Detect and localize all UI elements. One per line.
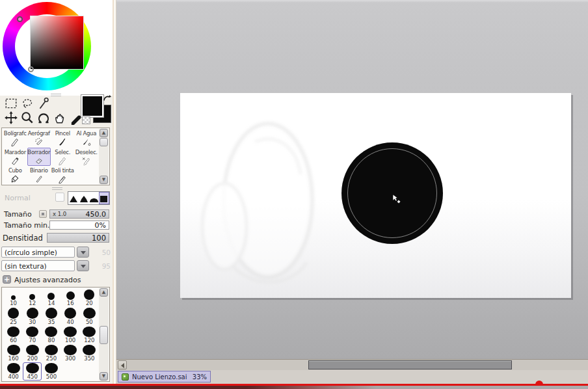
tool-watercolor[interactable]: Al Agua (75, 129, 99, 148)
saturation-value-square[interactable] (31, 16, 83, 69)
scroll-up-button[interactable]: ▲ (100, 288, 108, 297)
horizontal-scrollbar[interactable] (116, 359, 588, 370)
brush-size-300[interactable]: 300 (61, 344, 80, 362)
tool-binpen[interactable]: Binario (27, 166, 51, 185)
brush-size-20[interactable]: 20 (80, 289, 99, 307)
magic-wand-icon[interactable] (36, 96, 51, 111)
brush-size-25[interactable]: 25 (4, 307, 23, 325)
transparent-color-swatch[interactable] (82, 116, 90, 124)
brush-size-450[interactable]: 450 (23, 362, 42, 381)
canvas-workspace[interactable] (116, 0, 588, 384)
texture-dropdown-button[interactable] (77, 260, 89, 271)
inkpen-icon (57, 174, 68, 184)
tool-bucket[interactable]: Cubo (3, 166, 27, 185)
edge-shape-square[interactable] (99, 192, 109, 204)
edge-shape-sharp[interactable] (68, 192, 79, 204)
texture-dropdown[interactable]: (sin textura) (1, 260, 75, 271)
tool-label: Bolígrafc (4, 130, 27, 137)
tool-brush[interactable]: Pincel (51, 129, 75, 148)
brush-shape-dropdown[interactable]: (círculo simple) (1, 247, 75, 258)
scroll-thumb[interactable] (100, 138, 108, 146)
panel-grip[interactable] (52, 187, 62, 190)
brush-size-dot (7, 363, 20, 373)
swap-colors-icon[interactable] (102, 94, 113, 103)
brush-size-70[interactable]: 70 (23, 326, 42, 344)
scroll-up-button[interactable]: ▲ (100, 129, 108, 137)
expand-advanced-icon[interactable]: + (3, 275, 11, 284)
sv-marker[interactable] (28, 66, 34, 72)
blend-mode-checkbox[interactable] (55, 193, 64, 202)
zoom-icon[interactable] (20, 111, 34, 125)
horizontal-scroll-thumb[interactable] (308, 360, 512, 369)
min-size-label: Tamaño min. (4, 221, 50, 230)
brush-size-label: 35 (48, 319, 55, 325)
brush-size-200[interactable]: 200 (23, 344, 42, 362)
foreground-color-swatch[interactable] (83, 96, 102, 116)
tool-eraser[interactable]: Borrador (27, 148, 51, 167)
tool-airbrush[interactable]: Aerógraf (27, 129, 51, 148)
brush-size-40[interactable]: 40 (61, 307, 80, 325)
tool-pen[interactable]: Bolígrafc (3, 129, 27, 148)
brush-size-60[interactable]: 60 (4, 326, 23, 344)
brush-size-label: 450 (27, 374, 38, 380)
brush-size-label: 25 (10, 319, 17, 325)
brush-size-350[interactable]: 350 (80, 344, 99, 362)
brush-size-dot (26, 345, 39, 355)
brush-size-30[interactable]: 30 (23, 307, 42, 325)
black-painted-circle (341, 142, 443, 244)
hue-marker[interactable] (17, 16, 23, 22)
size-slider[interactable]: x 1.0 450.0 (49, 209, 109, 219)
brush-size-250[interactable]: 250 (42, 344, 60, 362)
advanced-settings-label: Ajustes avanzados (14, 276, 81, 284)
tool-panel-scrollbar[interactable]: ▲ ▼ (99, 129, 109, 184)
size-unit-button[interactable] (39, 210, 47, 218)
drawing-canvas[interactable] (180, 93, 571, 298)
tool-label: Al Agua (76, 130, 96, 137)
tool-marker[interactable]: Marador (3, 148, 27, 167)
tool-deselpen[interactable]: Deselec. (75, 148, 99, 167)
panel-divider (113, 0, 116, 384)
brush-size-label: 350 (84, 356, 94, 362)
brush-shape-dropdown-button[interactable] (77, 247, 89, 258)
lasso-icon[interactable] (20, 96, 34, 111)
brush-size-dot (83, 327, 96, 337)
scroll-down-button[interactable]: ▼ (100, 176, 108, 184)
tool-inkpen[interactable]: Boli tinta (51, 166, 75, 185)
rotate-icon[interactable] (36, 111, 51, 125)
brush-size-dot (8, 308, 19, 318)
min-size-slider[interactable]: 0% (49, 221, 109, 230)
rect-select-icon[interactable] (4, 96, 18, 111)
brush-size-dot (83, 308, 96, 318)
brush-size-10[interactable]: 10 (4, 289, 23, 307)
brush-size-120[interactable]: 120 (80, 326, 99, 344)
brush-size-label: 160 (8, 356, 18, 362)
edge-shape-soft[interactable] (79, 192, 89, 204)
brush-size-400[interactable]: 400 (4, 362, 23, 381)
scroll-down-button[interactable]: ▼ (100, 372, 108, 381)
document-tab[interactable]: Nuevo Lienzo.sai 33% (118, 371, 211, 382)
brush-size-50[interactable]: 50 (80, 307, 99, 325)
brush-size-500[interactable]: 500 (42, 362, 60, 381)
brush-size-35[interactable]: 35 (42, 307, 60, 325)
brush-size-dot (45, 345, 58, 355)
panel-grip[interactable] (51, 94, 61, 96)
tool-label: Cubo (8, 167, 22, 174)
hand-icon[interactable] (53, 111, 67, 125)
brush-size-14[interactable]: 14 (42, 289, 60, 307)
size-panel-scrollbar[interactable]: ▲ ▼ (99, 288, 109, 381)
brush-size-12[interactable]: 12 (23, 289, 42, 307)
brush-size-80[interactable]: 80 (42, 326, 60, 344)
scroll-left-button[interactable] (118, 360, 127, 369)
move-icon[interactable] (4, 111, 18, 125)
density-slider[interactable]: 100 (47, 233, 109, 243)
color-picker-panel (0, 0, 113, 96)
brush-size-100[interactable]: 100 (61, 326, 80, 344)
edge-shape-round[interactable] (88, 192, 99, 204)
brush-size-160[interactable]: 160 (4, 344, 23, 362)
min-size-value: 0% (95, 221, 109, 230)
tool-selpen[interactable]: Selec. (51, 148, 75, 167)
size-value: 450.0 (86, 210, 109, 219)
scroll-thumb[interactable] (100, 326, 108, 344)
brush-size-label: 400 (8, 374, 18, 380)
brush-size-16[interactable]: 16 (61, 289, 80, 307)
